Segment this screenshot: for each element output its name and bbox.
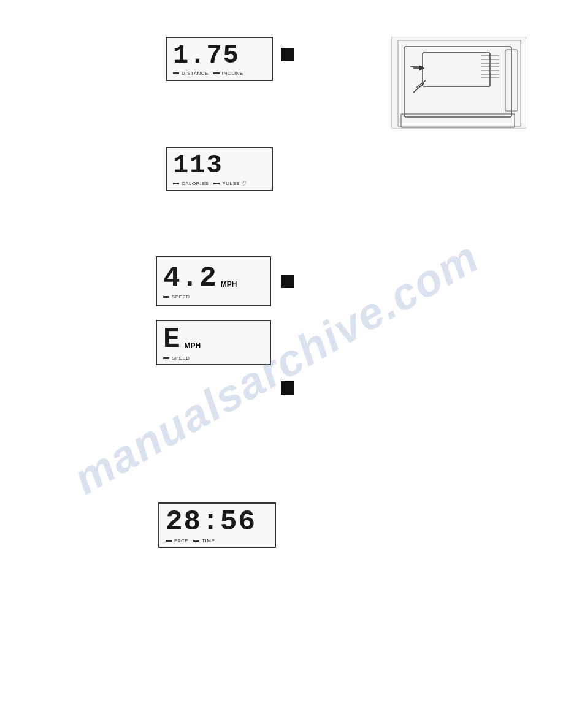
pace-time-value: 28:56 — [166, 508, 256, 536]
bullet-1 — [281, 48, 294, 61]
pulse-label: PULSE ♡ — [213, 180, 247, 187]
svg-rect-15 — [401, 114, 515, 127]
bullet-2 — [281, 275, 294, 288]
incline-label: INCLINE — [213, 70, 243, 76]
speed-error-unit: MPH — [185, 341, 201, 350]
svg-line-11 — [413, 83, 424, 93]
svg-rect-0 — [398, 40, 521, 126]
speed-label: SPEED — [163, 294, 190, 300]
watermark: manualsarchive.com — [92, 214, 460, 521]
calories-pulse-value: 113 — [173, 153, 223, 178]
watermark-text: manualsarchive.com — [64, 231, 487, 504]
treadmill-diagram — [391, 37, 526, 129]
svg-rect-1 — [404, 47, 511, 117]
heart-icon: ♡ — [241, 180, 247, 187]
pace-time-panel: 28:56 PACE TIME — [158, 502, 276, 548]
time-label: TIME — [193, 538, 215, 544]
speed-error-panel: E MPH SPEED — [156, 320, 271, 365]
speed-unit: MPH — [221, 280, 237, 289]
speed-error-value: E — [163, 325, 182, 354]
speed-value: 4.2 — [163, 264, 218, 292]
distance-incline-value: 1.75 — [173, 43, 240, 69]
calories-pulse-panel: 113 CALORIES PULSE ♡ — [166, 147, 273, 191]
pace-label: PACE — [166, 538, 188, 544]
speed-error-label: SPEED — [163, 355, 190, 361]
distance-label: DISTANCE — [173, 70, 209, 76]
calories-label: CALORIES — [173, 181, 209, 186]
distance-incline-panel: 1.75 DISTANCE INCLINE — [166, 37, 273, 81]
svg-rect-2 — [423, 53, 490, 86]
speed-panel: 4.2 MPH SPEED — [156, 256, 271, 306]
bullet-3 — [281, 381, 294, 395]
